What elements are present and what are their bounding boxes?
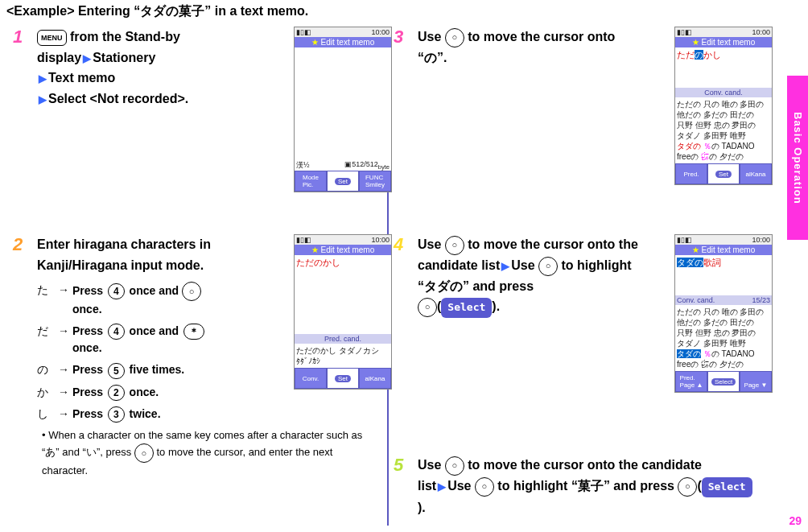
step4-text: Use ○ to move the cursor onto the candid… [418, 234, 651, 318]
nav-key-icon: ○ [475, 477, 494, 497]
entered-text: ただのかし [677, 49, 770, 61]
nav-key-icon: ○ [678, 477, 697, 497]
clock: 10:00 [752, 236, 770, 244]
softkey-center: Select [707, 371, 740, 392]
clock: 10:00 [371, 236, 390, 244]
nav-key-icon: ○ [418, 298, 437, 317]
triangle-icon: ▶ [438, 480, 446, 493]
candidate-list: ただのかし タダノカシ ﾀﾀﾞﾉｶｼ [295, 344, 391, 368]
softkey-center: Set [707, 163, 740, 184]
triangle-icon: ▶ [39, 72, 47, 85]
key-3-icon: 3 [108, 406, 125, 423]
softkey-right: alKana [359, 368, 391, 389]
step2-note: • When a character on the same key comes… [42, 427, 381, 478]
signal-icon: ▮▯◧ [677, 236, 692, 244]
phone4-title: ★ Edit text memo [675, 245, 772, 255]
candidate-header: Conv. cand.15/23 [675, 295, 772, 305]
softkey-center: Set [327, 171, 359, 192]
entered-text: タダの歌詞 [677, 257, 770, 269]
signal-icon: ▮▯◧ [296, 236, 311, 244]
step1-number: 1 [13, 27, 29, 44]
phone-screenshot-2: ▮▯◧10:00 ★ Edit text memo ただのかし Pred. ca… [294, 234, 392, 390]
key-5-icon: 5 [108, 363, 125, 379]
triangle-icon: ▶ [501, 260, 509, 272]
nav-key-icon: ○ [182, 282, 201, 301]
mode-indicator: 漢½ [296, 160, 310, 171]
phone-screenshot-1: ▮▯◧10:00 ★ Edit text memo 漢½ ▣512/512byt… [294, 27, 392, 192]
menu-key-icon: MENU [37, 30, 67, 46]
step1-text: MENU from the Stand-by display▶Stationer… [37, 27, 254, 109]
nav-key-icon: ○ [445, 236, 464, 255]
candidate-list: ただの 只の 唯の 多田の他だの 多だの 田だの 只野 但野 忠の 夛田のタダノ… [675, 97, 772, 163]
nav-key-icon: ○ [445, 456, 464, 476]
softkey-right: Page ▼ [740, 371, 772, 392]
select-button-label: Select [441, 298, 492, 318]
char-counter: ▣512/512byte [344, 160, 390, 171]
step5-text: Use ○ to move the cursor onto the candid… [418, 455, 756, 518]
step2-number: 2 [13, 234, 29, 252]
triangle-icon: ▶ [39, 93, 47, 105]
softkey-right: FUNCSmiley [359, 171, 391, 192]
phone1-title: ★ Edit text memo [295, 37, 391, 47]
phone2-title: ★ Edit text memo [295, 245, 391, 255]
candidate-header: Pred. cand. [295, 334, 391, 344]
key-2-icon: 2 [108, 385, 125, 401]
key-4-icon: 4 [108, 324, 125, 340]
page-number: 29 [789, 514, 802, 527]
softkey-left: ModePic. [295, 171, 327, 192]
signal-icon: ▮▯◧ [677, 28, 692, 36]
step3-text: Use ○ to move the cursor onto “の”. [418, 27, 635, 68]
softkey-left: Conv. [295, 368, 327, 389]
entered-text: ただのかし [296, 257, 390, 269]
triangle-icon: ▶ [83, 52, 91, 64]
softkey-left: Pred. [675, 163, 707, 184]
phone-screenshot-4: ▮▯◧10:00 ★ Edit text memo タダの歌詞 Conv. ca… [674, 234, 773, 393]
candidate-list: ただの 只の 唯の 多田の他だの 多だの 田だの 只野 但野 忠の 夛田のタダノ… [675, 305, 772, 371]
star-key-icon: ＊ [183, 324, 204, 340]
key-4-icon: 4 [108, 283, 125, 299]
step2-title: Enter hiragana characters in Kanji/Hirag… [37, 234, 278, 275]
nav-key-icon: ○ [538, 257, 558, 276]
nav-key-icon: ○ [445, 28, 464, 47]
clock: 10:00 [752, 28, 770, 36]
phone3-title: ★ Edit text memo [675, 37, 772, 47]
phone-screenshot-3: ▮▯◧10:00 ★ Edit text memo ただのかし Conv. ca… [674, 27, 773, 185]
example-header: <Example> Entering “タダの菓子” in a text mem… [0, 0, 808, 23]
softkey-center: Set [327, 368, 359, 389]
nav-key-icon: ○ [134, 443, 154, 463]
softkey-right: alKana [740, 163, 772, 184]
softkey-left: Pred.Page ▲ [675, 371, 707, 392]
step5-number: 5 [394, 455, 410, 472]
step4-number: 4 [394, 234, 410, 252]
side-tab-basic-operation: Basic Operation [787, 76, 808, 240]
candidate-header: Conv. cand. [675, 88, 772, 97]
step3-number: 3 [394, 27, 410, 44]
signal-icon: ▮▯◧ [296, 28, 311, 36]
select-button-label: Select [702, 477, 752, 497]
clock: 10:00 [371, 28, 390, 36]
